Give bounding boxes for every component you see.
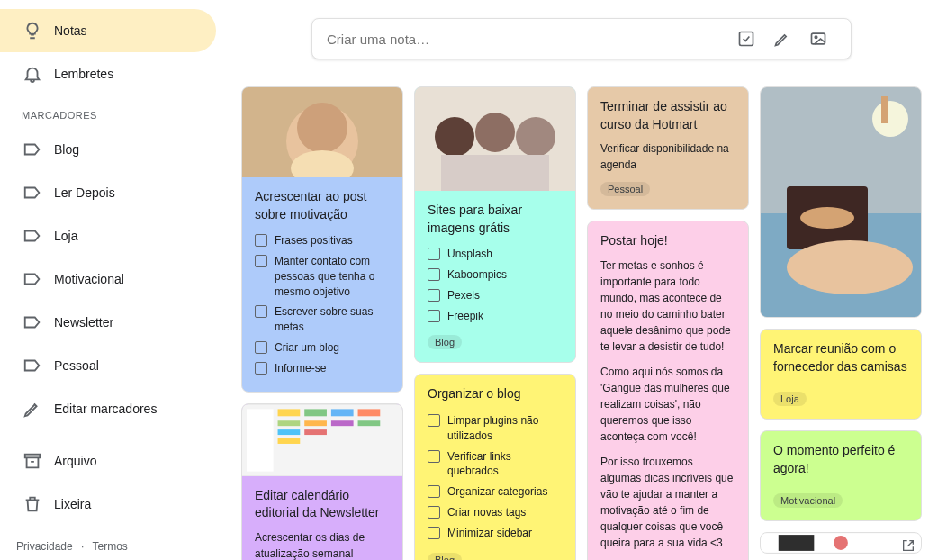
note-card[interactable]: O momento perfeito é agora! Motivacional <box>760 430 922 521</box>
svg-rect-34 <box>779 535 815 551</box>
svg-rect-20 <box>358 420 381 426</box>
note-card[interactable] <box>760 532 922 554</box>
svg-point-30 <box>872 101 908 137</box>
svg-rect-0 <box>25 455 41 458</box>
nav-label: Lixeira <box>54 497 91 511</box>
list-item[interactable]: Kaboompics <box>428 265 563 285</box>
list-item[interactable]: Criar um blog <box>255 338 390 358</box>
list-item[interactable]: Escrever sobre suas metas <box>255 302 390 338</box>
list-item[interactable]: Unsplash <box>428 244 563 265</box>
label-text: Pessoal <box>54 358 99 373</box>
checklist-icon[interactable] <box>728 30 764 48</box>
svg-point-35 <box>834 536 848 550</box>
nav-label: Arquivo <box>54 454 96 468</box>
svg-rect-11 <box>304 409 327 416</box>
svg-point-6 <box>297 103 347 153</box>
card-title: Marcar reunião com o fornecedor das cami… <box>773 340 908 375</box>
card-image <box>415 87 575 191</box>
note-card[interactable]: Editar calendário editorial da Newslette… <box>241 403 403 560</box>
card-tag[interactable]: Motivacional <box>773 493 843 508</box>
label-loja[interactable]: Loja <box>0 214 216 257</box>
svg-rect-2 <box>812 33 825 44</box>
note-card[interactable]: Acrescentar ao post sobre motivação Fras… <box>241 86 403 393</box>
list-item[interactable]: Frases positivas <box>255 230 390 251</box>
list-item[interactable]: Minimizar sidebar <box>428 523 563 544</box>
label-icon <box>11 269 54 289</box>
checklist: Unsplash Kaboompics Pexels Freepik <box>428 244 563 326</box>
label-text: Blog <box>54 142 79 157</box>
note-card[interactable]: Marcar reunião com o fornecedor das cami… <box>760 329 922 420</box>
note-card[interactable] <box>760 86 922 318</box>
archive-icon <box>11 451 54 471</box>
label-motivacional[interactable]: Motivacional <box>0 257 216 301</box>
svg-point-24 <box>516 117 555 157</box>
label-text: Loja <box>54 229 77 243</box>
card-title: Organizar o blog <box>428 385 563 403</box>
edit-labels[interactable]: Editar marcadores <box>0 387 216 430</box>
note-card[interactable]: Organizar o blog Limpar plugins não util… <box>414 374 576 560</box>
notes-grid: Acrescentar ao post sobre motivação Fras… <box>252 86 911 560</box>
label-text: Ler Depois <box>54 185 115 200</box>
label-text: Newsletter <box>54 315 113 330</box>
card-title: Sites para baixar imagens grátis <box>428 202 563 237</box>
label-icon <box>11 226 54 246</box>
label-pessoal[interactable]: Pessoal <box>0 344 216 387</box>
card-tag[interactable]: Blog <box>428 335 462 349</box>
label-text: Motivacional <box>54 272 124 286</box>
svg-point-22 <box>435 117 474 157</box>
footer-links: Privacidade · Termos <box>16 540 128 553</box>
card-text: Verificar disponibilidade na agenda <box>600 140 735 173</box>
card-tag[interactable]: Blog <box>428 553 462 560</box>
card-title: O momento perfeito é agora! <box>773 442 908 477</box>
create-note-bar[interactable] <box>311 18 852 59</box>
svg-rect-19 <box>278 438 301 444</box>
svg-rect-16 <box>331 420 354 426</box>
list-item[interactable]: Criar novas tags <box>428 502 563 523</box>
svg-rect-25 <box>441 155 549 191</box>
edit-labels-text: Editar marcadores <box>54 402 157 416</box>
list-item[interactable]: Informe-se <box>255 358 390 379</box>
terms-link[interactable]: Termos <box>93 540 128 553</box>
svg-point-29 <box>800 207 854 229</box>
card-text: Ter metas e sonhos é importante para tod… <box>600 257 735 551</box>
nav-reminders[interactable]: Lembretes <box>0 52 216 95</box>
label-icon <box>11 312 54 332</box>
svg-rect-9 <box>247 409 274 471</box>
create-note-input[interactable] <box>327 32 728 47</box>
svg-rect-10 <box>278 409 301 416</box>
svg-point-23 <box>475 113 515 152</box>
privacy-link[interactable]: Privacidade <box>16 540 73 553</box>
svg-point-3 <box>815 36 817 39</box>
svg-rect-15 <box>304 420 327 426</box>
card-tag[interactable]: Loja <box>773 392 807 406</box>
draw-icon[interactable] <box>764 30 800 48</box>
separator: · <box>81 540 84 553</box>
note-card[interactable]: Sites para baixar imagens grátis Unsplas… <box>414 86 576 363</box>
nav-archive[interactable]: Arquivo <box>0 439 216 483</box>
card-image <box>242 404 402 476</box>
note-card[interactable]: Terminar de assistir ao curso da Hotmart… <box>587 86 749 210</box>
main-area: Acrescentar ao post sobre motivação Fras… <box>216 0 947 560</box>
image-icon[interactable] <box>800 30 836 48</box>
checklist: Frases positivas Manter contato com pess… <box>255 230 390 378</box>
nav-notes[interactable]: Notas <box>0 9 216 52</box>
list-item[interactable]: Organizar categorias <box>428 482 563 502</box>
svg-point-32 <box>787 240 913 294</box>
card-tag[interactable]: Pessoal <box>600 182 650 196</box>
label-newsletter[interactable]: Newsletter <box>0 301 216 344</box>
nav-trash[interactable]: Lixeira <box>0 483 216 526</box>
label-ler-depois[interactable]: Ler Depois <box>0 171 216 214</box>
svg-rect-18 <box>304 429 327 435</box>
list-item[interactable]: Freepik <box>428 306 563 327</box>
label-blog[interactable]: Blog <box>0 128 216 171</box>
list-item[interactable]: Verificar links quebrados <box>428 447 563 483</box>
list-item[interactable]: Limpar plugins não utilizados <box>428 411 563 447</box>
open-icon[interactable] <box>901 538 915 553</box>
note-card[interactable]: Postar hoje! Ter metas e sonhos é import… <box>587 221 749 560</box>
svg-rect-13 <box>358 409 381 416</box>
card-image <box>761 533 921 553</box>
label-icon <box>11 356 54 375</box>
list-item[interactable]: Manter contato com pessoas que tenha o m… <box>255 251 390 302</box>
list-item[interactable]: Pexels <box>428 285 563 306</box>
card-text: Acrescentar os dias de atualização seman… <box>255 529 390 560</box>
